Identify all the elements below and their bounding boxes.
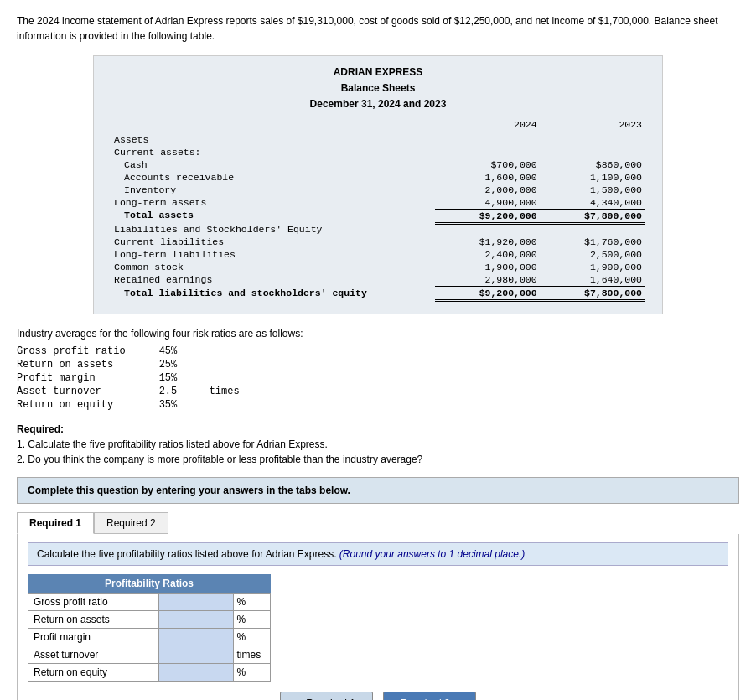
intro-text: The 2024 income statement of Adrian Expr…: [17, 13, 738, 44]
bs-2023: [541, 223, 645, 236]
required-item1: 1. Calculate the five profitability rati…: [17, 437, 739, 452]
industry-row: Return on equity35%: [17, 398, 246, 412]
profitability-label: Return on equity: [28, 664, 159, 682]
bs-2024: 1,600,000: [435, 171, 540, 184]
profitability-value-input[interactable]: [159, 629, 233, 646]
bs-label: Current liabilities: [111, 236, 435, 248]
industry-row: Asset turnover2.5times: [17, 385, 246, 398]
profitability-header: Profitability Ratios: [28, 574, 271, 594]
bs-label: Assets: [111, 133, 435, 146]
profitability-unit: %: [233, 594, 270, 611]
bs-2024: [435, 133, 540, 146]
industry-section: Industry averages for the following four…: [17, 328, 739, 412]
bs-label: Current assets:: [111, 146, 435, 158]
profitability-input-cell: [158, 629, 233, 646]
bs-label: Common stock: [111, 261, 435, 273]
bs-label: Long-term assets: [111, 196, 435, 210]
bs-2024: $1,920,000: [435, 236, 540, 248]
bs-2023: 1,100,000: [541, 171, 645, 184]
balance-sheet-table: 2024 2023 AssetsCurrent assets:Cash$700,…: [111, 118, 645, 303]
bs-label: Liabilities and Stockholders' Equity: [111, 223, 435, 236]
bs-label: Long-term liabilities: [111, 248, 435, 261]
bs-2023: 1,640,000: [541, 273, 645, 287]
profitability-unit: %: [233, 629, 270, 646]
tab-instruction-main: Calculate the five profitability ratios …: [37, 548, 337, 560]
profitability-label: Gross profit ratio: [28, 594, 159, 611]
bs-2024: 1,900,000: [435, 261, 540, 273]
next-button[interactable]: Required 2 >: [383, 692, 476, 700]
bs-label: Cash: [111, 158, 435, 171]
prev-button[interactable]: < Required 1: [280, 692, 373, 700]
bs-2023: 4,340,000: [541, 196, 645, 210]
bs-2023: [541, 146, 645, 158]
bs-company: ADRIAN EXPRESS Balance Sheets December 3…: [111, 65, 645, 113]
bs-2024: $700,000: [435, 158, 540, 171]
bs-2023: 1,500,000: [541, 184, 645, 196]
table-row: Return on equity%: [28, 664, 271, 682]
profitability-unit: times: [233, 646, 270, 664]
bs-2023: [541, 133, 645, 146]
bs-2024: [435, 223, 540, 236]
profitability-unit: %: [233, 664, 270, 682]
bs-label: Accounts receivable: [111, 171, 435, 184]
industry-table: Gross profit ratio45%Return on assets25%…: [17, 345, 246, 412]
table-row: Profit margin%: [28, 629, 271, 646]
profitability-label: Return on assets: [28, 611, 159, 629]
bs-2024: 2,000,000: [435, 184, 540, 196]
bs-2023: 1,900,000: [541, 261, 645, 273]
profitability-value-input[interactable]: [159, 664, 233, 681]
tab-instruction-note: (Round your answers to 1 decimal place.): [339, 548, 525, 560]
industry-row: Gross profit ratio45%: [17, 345, 246, 358]
bs-2024: 2,980,000: [435, 273, 540, 287]
nav-buttons: < Required 1 Required 2 >: [28, 692, 728, 700]
bs-label: Inventory: [111, 184, 435, 196]
complete-box: Complete this question by entering your …: [17, 477, 739, 504]
required-heading: Required:: [17, 423, 739, 435]
tabs-row: Required 1 Required 2: [17, 512, 739, 534]
bs-2023: $1,760,000: [541, 236, 645, 248]
industry-title: Industry averages for the following four…: [17, 328, 739, 340]
bs-2023: 2,500,000: [541, 248, 645, 261]
profitability-input-cell: [158, 646, 233, 664]
bs-2024: $9,200,000: [435, 287, 540, 301]
bs-2023: $7,800,000: [541, 287, 645, 301]
profitability-input-cell: [158, 664, 233, 682]
bs-label: Retained earnings: [111, 273, 435, 287]
profitability-table: Profitability Ratios Gross profit ratio%…: [28, 574, 271, 682]
bs-2024: $9,200,000: [435, 209, 540, 223]
required-section: Required: 1. Calculate the five profitab…: [17, 423, 739, 467]
bs-label: Total assets: [111, 209, 435, 223]
tab-required2[interactable]: Required 2: [94, 512, 168, 534]
bs-2024: 4,900,000: [435, 196, 540, 210]
profitability-value-input[interactable]: [159, 611, 233, 628]
industry-row: Return on assets25%: [17, 358, 246, 371]
tab-content: Calculate the five profitability ratios …: [17, 534, 739, 700]
table-row: Return on assets%: [28, 611, 271, 629]
profitability-value-input[interactable]: [159, 594, 233, 610]
profitability-label: Profit margin: [28, 629, 159, 646]
industry-row: Profit margin15%: [17, 371, 246, 385]
bs-2023: $7,800,000: [541, 209, 645, 223]
table-row: Asset turnovertimes: [28, 646, 271, 664]
bs-2023: $860,000: [541, 158, 645, 171]
profitability-unit: %: [233, 611, 270, 629]
profitability-value-input[interactable]: [159, 646, 233, 663]
bs-2024: [435, 146, 540, 158]
profitability-input-cell: [158, 594, 233, 611]
balance-sheet-container: ADRIAN EXPRESS Balance Sheets December 3…: [93, 55, 663, 314]
bs-2024: 2,400,000: [435, 248, 540, 261]
profitability-input-cell: [158, 611, 233, 629]
profitability-label: Asset turnover: [28, 646, 159, 664]
tab-instruction: Calculate the five profitability ratios …: [28, 542, 728, 566]
table-row: Gross profit ratio%: [28, 594, 271, 611]
required-item2: 2. Do you think the company is more prof…: [17, 452, 739, 467]
tab-required1[interactable]: Required 1: [17, 512, 94, 534]
bs-label: Total liabilities and stockholders' equi…: [111, 287, 435, 301]
